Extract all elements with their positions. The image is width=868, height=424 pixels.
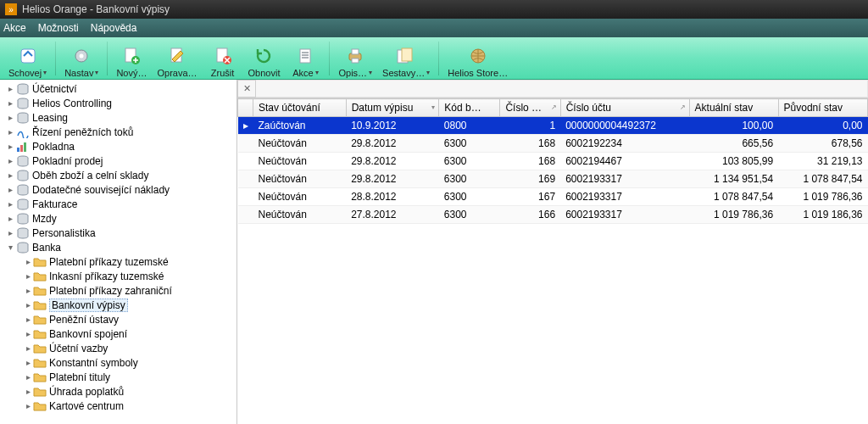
- svg-rect-21: [20, 145, 23, 152]
- table-row[interactable]: Neúčtován28.8.2012630016760021933171 078…: [238, 188, 868, 206]
- tree-item[interactable]: ▸Řízení peněžních toků: [0, 125, 236, 139]
- tree-subitem[interactable]: ▸Platební příkazy zahraniční: [0, 283, 236, 298]
- toolbar-zrusit[interactable]: Zrušit: [203, 39, 243, 78]
- tree-item[interactable]: ▾Banka: [0, 240, 236, 254]
- tree-subitem[interactable]: ▸Bankovní výpisy: [0, 298, 236, 312]
- expand-icon[interactable]: ▸: [24, 329, 32, 338]
- tree-icon: [15, 98, 31, 109]
- column-header[interactable]: Číslo účtu↗: [560, 99, 689, 117]
- column-header[interactable]: Aktuální stav: [689, 99, 778, 117]
- tree-item[interactable]: ▸Fakturace: [0, 197, 236, 211]
- expand-icon[interactable]: ▸: [5, 84, 15, 93]
- svg-rect-20: [17, 148, 19, 152]
- expand-icon[interactable]: ▸: [5, 170, 15, 180]
- tree-subitem[interactable]: ▸Účetní vazby: [0, 341, 236, 355]
- tree-subitem[interactable]: ▸Peněžní ústavy: [0, 312, 236, 326]
- data-grid[interactable]: Stav účtováníDatum výpisu▾Kód b…Číslo …↗…: [237, 98, 868, 424]
- tree-item[interactable]: ▸Pokladna: [0, 139, 236, 153]
- tree-subitem[interactable]: ▸Platební tituly: [0, 370, 236, 384]
- table-row[interactable]: Neúčtován29.8.2012630016960021933171 134…: [238, 170, 868, 188]
- tree-label: Pokladna: [32, 141, 75, 153]
- expand-icon[interactable]: ▸: [5, 113, 15, 122]
- expand-icon[interactable]: ▸: [24, 343, 32, 353]
- table-row[interactable]: Neúčtován29.8.201263001686002194467103 8…: [238, 153, 868, 170]
- toolbar-obnovit[interactable]: Obnovit: [243, 39, 286, 78]
- toolbar-sestavy[interactable]: Sestavy…▾: [377, 39, 435, 78]
- tree-label: Účetnictví: [32, 83, 77, 95]
- menu-moznosti[interactable]: Možnosti: [38, 22, 79, 34]
- tree-subitem[interactable]: ▸Konstantní symboly: [0, 355, 236, 370]
- table-row[interactable]: ▸Zaúčtován10.9.2012080010000000004492372…: [238, 117, 868, 135]
- window-title: Helios Orange - Bankovní výpisy: [22, 3, 170, 15]
- expand-icon[interactable]: ▸: [24, 387, 32, 396]
- tree-icon: [15, 155, 31, 167]
- tree-subitem[interactable]: ▸Kartové centrum: [0, 399, 236, 413]
- table-row[interactable]: Neúčtován29.8.201263001686002192234665,5…: [238, 135, 868, 153]
- expand-icon[interactable]: ▸: [5, 127, 15, 137]
- expand-icon[interactable]: ▸: [24, 401, 32, 410]
- tree-item[interactable]: ▸Účetnictví: [0, 81, 236, 96]
- tree-item[interactable]: ▸Helios Controlling: [0, 96, 236, 110]
- tree-subitem[interactable]: ▸Úhrada poplatků: [0, 384, 236, 399]
- toolbar-opis[interactable]: Opis…▾: [333, 39, 377, 78]
- toolbar-novy[interactable]: Nový…: [111, 39, 152, 78]
- toolbar-oprava[interactable]: Oprava…: [152, 39, 202, 78]
- expand-icon[interactable]: ▸: [24, 300, 32, 310]
- folder-icon: [32, 371, 47, 383]
- clear-filter-button[interactable]: ✕: [237, 80, 256, 98]
- column-header[interactable]: Původní stav: [778, 99, 867, 117]
- expand-icon[interactable]: ▸: [5, 199, 15, 209]
- titlebar: » Helios Orange - Bankovní výpisy: [0, 0, 868, 19]
- expand-icon[interactable]: ▸: [5, 98, 15, 108]
- expand-icon[interactable]: ▸: [24, 257, 32, 266]
- expand-icon[interactable]: ▸: [5, 185, 15, 194]
- tree-label: Mzdy: [32, 213, 57, 225]
- table-row[interactable]: Neúčtován27.8.2012630016660021933171 019…: [238, 206, 868, 224]
- svg-rect-12: [352, 49, 359, 54]
- tree-item[interactable]: ▸Dodatečné související náklady: [0, 182, 236, 197]
- menu-napoveda[interactable]: Nápověda: [91, 22, 137, 34]
- column-header[interactable]: Číslo …↗: [500, 99, 560, 117]
- tree-item[interactable]: ▸Pokladní prodej: [0, 153, 236, 168]
- expand-icon[interactable]: ▸: [24, 372, 32, 382]
- folder-icon: [32, 357, 47, 369]
- svg-point-4: [80, 53, 84, 58]
- filter-space[interactable]: [256, 80, 868, 98]
- column-header[interactable]: Stav účtování: [253, 99, 347, 117]
- expand-icon[interactable]: ▸: [5, 214, 15, 223]
- toolbar-akce[interactable]: Akce▾: [285, 39, 326, 78]
- toolbar-schovej[interactable]: Schovej▾: [3, 39, 52, 78]
- expand-icon[interactable]: ▸: [5, 142, 15, 151]
- navigation-tree[interactable]: ▸Účetnictví▸Helios Controlling▸Leasing▸Ř…: [0, 80, 237, 424]
- tree-label: Leasing: [32, 112, 68, 124]
- tree-item[interactable]: ▸Mzdy: [0, 211, 236, 226]
- column-header[interactable]: Kód b…: [439, 99, 500, 117]
- tree-label: Inkasní příkazy tuzemské: [49, 271, 164, 282]
- tree-label: Banka: [32, 242, 61, 254]
- expand-icon[interactable]: ▸: [5, 156, 15, 165]
- expand-icon[interactable]: ▸: [24, 358, 32, 367]
- folder-icon: [32, 256, 47, 268]
- toolbar-nastav[interactable]: Nastav▾: [59, 39, 103, 78]
- tree-label: Fakturace: [32, 198, 77, 210]
- menu-akce[interactable]: Akce: [3, 22, 26, 34]
- tree-item[interactable]: ▸Personalistika: [0, 226, 236, 240]
- app-icon: »: [5, 3, 17, 15]
- tree-subitem[interactable]: ▸Bankovní spojení: [0, 326, 236, 341]
- expand-icon[interactable]: ▸: [24, 315, 32, 324]
- expand-icon[interactable]: ▸: [5, 228, 15, 237]
- column-header[interactable]: Datum výpisu▾: [346, 99, 439, 117]
- expand-icon[interactable]: ▸: [24, 271, 32, 281]
- action-doc-icon: [296, 46, 314, 66]
- printer-icon: [346, 46, 364, 66]
- tree-icon: [15, 213, 31, 225]
- tree-item[interactable]: ▸Oběh zboží a celní sklady: [0, 168, 236, 182]
- tree-item[interactable]: ▸Leasing: [0, 110, 236, 125]
- toolbar-heliosstore[interactable]: Helios Store…: [442, 39, 513, 78]
- expand-icon[interactable]: ▸: [24, 286, 32, 295]
- tree-subitem[interactable]: ▸Inkasní příkazy tuzemské: [0, 269, 236, 283]
- tree-subitem[interactable]: ▸Platební příkazy tuzemské: [0, 254, 236, 269]
- tree-label: Dodatečné související náklady: [32, 184, 170, 196]
- folder-icon: [32, 328, 47, 340]
- expand-icon[interactable]: ▾: [5, 243, 15, 252]
